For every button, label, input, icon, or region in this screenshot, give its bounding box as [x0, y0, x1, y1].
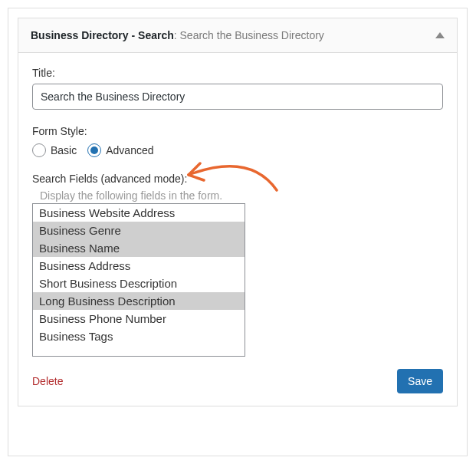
collapse-triangle-icon[interactable] [435, 32, 445, 38]
search-fields-listbox[interactable]: Business Website AddressBusiness GenreBu… [32, 203, 245, 357]
search-fields-helper: Display the following fields in the form… [40, 189, 443, 202]
listbox-option[interactable]: Business Phone Number [33, 310, 245, 327]
save-button[interactable]: Save [397, 369, 443, 393]
listbox-option[interactable]: Business Address [33, 257, 245, 275]
radio-advanced-label: Advanced [106, 144, 153, 156]
widget-panel: Business Directory - Search: Search the … [18, 18, 458, 406]
listbox-option[interactable]: Business Tags [33, 327, 245, 345]
listbox-option[interactable]: Long Business Description [33, 292, 245, 310]
widget-footer: Delete Save [32, 357, 443, 393]
widget-title: Business Directory - Search: Search the … [31, 29, 324, 41]
radio-basic[interactable] [32, 143, 46, 157]
search-fields-label: Search Fields (advanced mode): [32, 173, 443, 185]
listbox-option[interactable]: Business Website Address [33, 204, 245, 222]
form-style-label: Form Style: [32, 125, 443, 137]
widget-body: Title: Form Style: Basic Advanced Search… [18, 53, 457, 406]
radio-advanced[interactable] [87, 143, 101, 157]
listbox-option[interactable]: Business Genre [33, 222, 245, 239]
title-label: Title: [32, 67, 443, 79]
title-input[interactable] [32, 84, 443, 110]
radio-basic-label: Basic [51, 144, 77, 156]
delete-link[interactable]: Delete [32, 375, 63, 387]
listbox-option[interactable]: Business Name [33, 239, 245, 257]
listbox-option[interactable]: Short Business Description [33, 275, 245, 292]
form-style-radio-group: Basic Advanced [32, 143, 443, 157]
widget-header[interactable]: Business Directory - Search: Search the … [18, 18, 457, 53]
widget-title-suffix: : Search the Business Directory [174, 29, 324, 41]
widget-title-prefix: Business Directory - Search [31, 29, 174, 41]
